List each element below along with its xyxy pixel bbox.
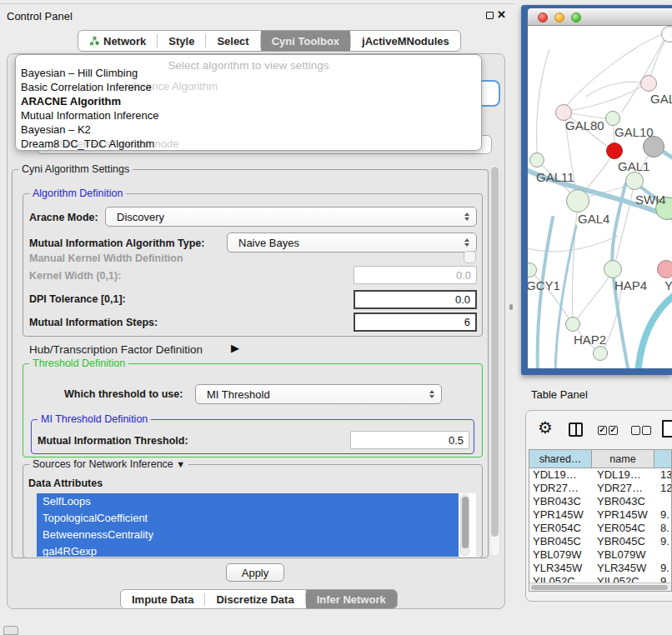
- gear-icon[interactable]: ⚙: [538, 419, 553, 436]
- kernel-width-input[interactable]: 0.0: [354, 266, 477, 284]
- table-cell: YBL079W: [529, 548, 592, 562]
- float-icon[interactable]: [486, 12, 494, 19]
- table-row[interactable]: YDL19…YDL19…13: [529, 468, 671, 482]
- algorithm-item-bayesian-k2[interactable]: Bayesian – K2: [21, 123, 91, 136]
- table-cell: 12: [654, 482, 672, 495]
- network-node[interactable]: [661, 26, 672, 42]
- tab-label: Select: [217, 35, 248, 48]
- corner-button[interactable]: [3, 626, 18, 635]
- algorithm-dropdown[interactable]: Select algorithm to view settings Infere…: [15, 54, 482, 151]
- tab-discretize-data[interactable]: Discretize Data: [205, 590, 304, 608]
- node-label-swi4: SWI4: [635, 192, 666, 207]
- table-row[interactable]: YBR043CYBR043C: [529, 495, 671, 508]
- node-label-gal4: GAL4: [578, 212, 609, 226]
- table-row[interactable]: YDR27…YDR27…12: [529, 482, 671, 495]
- select-all-checkbox-icon2[interactable]: ✓: [609, 426, 618, 435]
- network-node-y[interactable]: [657, 260, 672, 278]
- tab-label: Infer Network: [317, 593, 386, 606]
- table-cell: [654, 548, 672, 562]
- mac-zoom-button[interactable]: [571, 12, 581, 22]
- tab-infer-network[interactable]: Infer Network: [306, 590, 397, 608]
- column-header-a[interactable]: A: [654, 450, 672, 468]
- select-all-checkbox-icon[interactable]: ✓: [598, 426, 607, 435]
- network-node-gal1[interactable]: [625, 172, 644, 190]
- mac-close-button[interactable]: [538, 12, 548, 22]
- deselect-all-checkbox-icon2[interactable]: [642, 426, 651, 435]
- document-icon[interactable]: [662, 420, 672, 438]
- aracne-mode-combo[interactable]: Discovery: [105, 207, 477, 227]
- node-label-hap2: HAP2: [574, 332, 606, 347]
- tab-label: Network: [103, 35, 146, 48]
- table-row[interactable]: YBL079WYBL079W: [529, 548, 671, 562]
- tab-label: Cyni Toolbox: [272, 35, 339, 48]
- network-node[interactable]: [643, 136, 664, 158]
- attributes-scrollbar-thumb[interactable]: [462, 497, 469, 548]
- deselect-all-checkbox-icon[interactable]: [631, 426, 640, 435]
- tab-style[interactable]: Style: [158, 31, 205, 51]
- table-body: YDL19…YDL19…13YDR27…YDR27…12YBR043CYBR04…: [529, 468, 671, 588]
- close-icon[interactable]: ✕: [497, 8, 506, 21]
- manual-kernel-checkbox[interactable]: [464, 251, 476, 263]
- attribute-item-selfloops[interactable]: SelfLoops: [37, 493, 459, 510]
- mi-threshold-label: Mutual Information Threshold:: [38, 435, 188, 447]
- network-node-gal11[interactable]: [529, 152, 544, 168]
- tab-cyni-toolbox[interactable]: Cyni Toolbox: [261, 31, 350, 51]
- panel-title: Control Panel: [7, 10, 73, 22]
- sources-expand-icon[interactable]: ▼: [176, 459, 185, 469]
- which-threshold-combo[interactable]: MI Threshold: [195, 384, 442, 404]
- mi-steps-input[interactable]: 6: [354, 312, 477, 332]
- table-row[interactable]: YLR345WYLR345W9.: [529, 562, 671, 575]
- table-hscrollbar[interactable]: [529, 582, 671, 591]
- which-threshold-label: Which threshold to use:: [64, 388, 183, 400]
- stepper-icon: [429, 390, 434, 398]
- table-hscrollbar-thumb[interactable]: [531, 585, 668, 590]
- tab-network[interactable]: Network: [78, 31, 157, 51]
- hub-section-label[interactable]: Hub/Transcription Factor Definition: [29, 343, 203, 356]
- table-cell: YPR145W: [529, 508, 592, 522]
- tab-jactivemnodules[interactable]: jActiveMNodules: [351, 31, 460, 51]
- network-node[interactable]: [593, 346, 608, 361]
- column-header-name[interactable]: name: [592, 450, 654, 468]
- tab-select[interactable]: Select: [206, 31, 259, 51]
- network-canvas[interactable]: GALGAL80GAL10GAL1GAL11GAL4SWI4GCY1HAP4YH…: [528, 26, 672, 368]
- algorithm-item-basic-correlation-inference[interactable]: Basic Correlation Inference: [21, 81, 152, 93]
- splitter-handle[interactable]: [509, 304, 513, 310]
- mi-threshold-input[interactable]: 0.5: [350, 431, 469, 449]
- column-view-divider: [575, 424, 577, 435]
- node-label-gal11: GAL11: [536, 170, 574, 184]
- network-node[interactable]: [606, 142, 623, 159]
- algorithm-item-aracne-algorithm[interactable]: ARACNE Algorithm: [21, 95, 121, 108]
- network-node-gal4[interactable]: [566, 189, 589, 212]
- mi-type-combo[interactable]: Naive Bayes: [227, 232, 477, 252]
- column-header-shared[interactable]: shared…: [529, 450, 592, 468]
- node-label-gal1: GAL1: [618, 159, 649, 173]
- column-view-icon[interactable]: [569, 422, 583, 437]
- tab-impute-data[interactable]: Impute Data: [121, 590, 204, 608]
- which-threshold-value: MI Threshold: [207, 388, 270, 401]
- hub-collapse-icon[interactable]: ▶: [231, 342, 239, 354]
- network-node-gal10[interactable]: [605, 111, 620, 126]
- network-window-titlebar[interactable]: [528, 8, 672, 26]
- bottom-tab-bar: Impute DataDiscretize DataInfer Network: [120, 589, 398, 609]
- table-cell: YPR145W: [592, 508, 654, 522]
- dpi-tolerance-input[interactable]: 0.0: [354, 290, 477, 309]
- network-node-hap2[interactable]: [565, 317, 580, 332]
- data-attributes-list[interactable]: SelfLoopsTopologicalCoefficientBetweenne…: [37, 493, 476, 557]
- table-row[interactable]: YPR145WYPR145W9.: [529, 508, 671, 522]
- algorithm-item-mutual-information-inference[interactable]: Mutual Information Inference: [21, 109, 158, 122]
- algorithm-item-bayesian-hill-climbing[interactable]: Bayesian – Hill Climbing: [21, 67, 138, 79]
- settings-scrollbar-thumb[interactable]: [491, 167, 499, 537]
- table-cell: YBR045C: [529, 535, 592, 548]
- network-node-hap4[interactable]: [604, 260, 622, 278]
- network-node-gal[interactable]: [640, 75, 657, 92]
- table-row[interactable]: YER054CYER054C8.: [529, 522, 671, 535]
- table-row[interactable]: YBR045CYBR045C9.: [529, 535, 671, 548]
- algorithm-item-dream8-dc-tdc-algorithm[interactable]: Dream8 DC_TDC Algorithm: [21, 138, 154, 150]
- mac-minimize-button[interactable]: [554, 12, 564, 22]
- apply-button[interactable]: Apply: [226, 563, 284, 582]
- dpi-tolerance-label: DPI Tolerance [0,1]:: [29, 293, 126, 305]
- sources-title[interactable]: Sources for Network Inference ▼: [29, 458, 188, 470]
- attribute-item-betweennesscentrality[interactable]: BetweennessCentrality: [37, 527, 459, 543]
- attribute-item-topologicalcoefficient[interactable]: TopologicalCoefficient: [37, 510, 459, 527]
- attribute-item-gal4rgexp[interactable]: gal4RGexp: [37, 543, 459, 557]
